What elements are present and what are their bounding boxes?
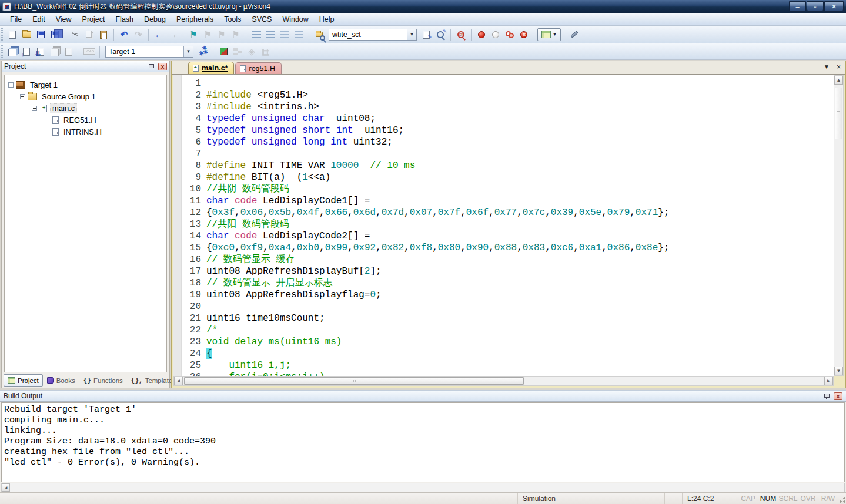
build-button[interactable] xyxy=(19,45,34,59)
minimize-button[interactable]: – xyxy=(789,1,806,12)
copy-button[interactable] xyxy=(82,28,96,42)
next-bookmark-button[interactable]: ⚑ xyxy=(215,28,229,42)
view-tab-books[interactable]: Books xyxy=(43,374,79,387)
file-extensions-button[interactable] xyxy=(230,45,245,59)
undo-button[interactable]: ↶ xyxy=(117,28,131,42)
browse-symbols-button[interactable]: @ xyxy=(454,28,468,42)
expander-icon[interactable] xyxy=(32,106,37,111)
menu-tools[interactable]: Tools xyxy=(219,14,246,25)
pin-icon[interactable] xyxy=(148,63,155,70)
scroll-left-button[interactable]: ◄ xyxy=(174,377,183,385)
tab-list-dropdown-button[interactable]: ▼ xyxy=(824,64,830,70)
manage-components-button[interactable] xyxy=(216,45,230,59)
menu-svcs[interactable]: SVCS xyxy=(246,14,277,25)
horizontal-scroll-thumb[interactable] xyxy=(184,377,524,385)
uncomment-button[interactable] xyxy=(292,28,306,42)
save-all-button[interactable] xyxy=(48,28,62,42)
code-editor[interactable]: 12#include <reg51.H>3#include <intrins.h… xyxy=(173,75,834,376)
code-line: 22/* xyxy=(182,324,834,336)
navigate-back-button[interactable]: ← xyxy=(152,28,166,42)
project-panel-close-button[interactable]: x xyxy=(158,63,167,70)
tree-item-reg51-h[interactable]: REG51.H xyxy=(5,114,166,126)
line-number: 11 xyxy=(182,195,206,207)
pin-icon[interactable] xyxy=(824,393,830,399)
kill-all-breakpoints-button[interactable] xyxy=(503,28,517,42)
editor-margin[interactable] xyxy=(173,75,182,376)
scroll-down-button[interactable]: ▼ xyxy=(834,367,843,375)
scroll-right-button[interactable]: ► xyxy=(824,377,833,385)
build-output-close-button[interactable]: x xyxy=(834,392,842,400)
tab-reg51-h[interactable]: reg51.H xyxy=(235,62,281,74)
clear-bookmarks-button[interactable]: ⚑ xyxy=(229,28,243,42)
tab-label: reg51.H xyxy=(249,65,275,73)
expander-icon[interactable] xyxy=(8,82,14,88)
indent-button[interactable] xyxy=(263,28,277,42)
editor-horizontal-scrollbar[interactable]: ◄ ► xyxy=(173,376,834,386)
enable-breakpoint-button[interactable] xyxy=(489,28,503,42)
toggle-bookmark-button[interactable]: ⚑ xyxy=(186,28,200,42)
disable-all-breakpoints-button[interactable] xyxy=(517,28,531,42)
restore-button[interactable]: ▫ xyxy=(807,1,824,12)
scroll-up-button[interactable]: ▲ xyxy=(834,76,843,85)
resize-grip[interactable] xyxy=(838,493,846,504)
translate-button[interactable] xyxy=(5,45,19,59)
close-button[interactable]: ✕ xyxy=(824,1,844,12)
build-output-text[interactable]: Rebuild target 'Target 1'compiling main.… xyxy=(1,402,845,482)
build-output-scrollbar[interactable]: ◄ xyxy=(1,483,845,492)
save-button[interactable] xyxy=(34,28,48,42)
target-select-dropdown-button[interactable]: ▼ xyxy=(183,46,193,57)
configure-button[interactable] xyxy=(567,28,581,42)
find-button[interactable]: ✎ xyxy=(419,28,433,42)
menu-debug[interactable]: Debug xyxy=(139,14,171,25)
incremental-find-button[interactable]: ✎ xyxy=(433,28,447,42)
toolbar-grip[interactable] xyxy=(1,28,3,41)
multi-project-button[interactable]: ◈ xyxy=(245,45,259,59)
view-tab-functions[interactable]: {}Functions xyxy=(79,374,127,387)
menu-view[interactable]: View xyxy=(51,14,77,25)
menu-window[interactable]: Window xyxy=(277,14,313,25)
menu-file[interactable]: File xyxy=(5,14,27,25)
insert-breakpoint-button[interactable] xyxy=(474,28,489,42)
target-options-button[interactable]: ⁎⁑ xyxy=(196,45,210,59)
editor-vertical-scrollbar[interactable]: ▲ ▼ xyxy=(834,75,844,376)
paste-button[interactable] xyxy=(96,28,111,42)
unindent-button[interactable] xyxy=(249,28,263,42)
open-file-button[interactable] xyxy=(19,28,34,42)
project-panel-header: Project x xyxy=(2,61,169,72)
scroll-left-button[interactable]: ◄ xyxy=(2,483,10,492)
code-line: 11char code LedDisplayCode1[] = xyxy=(182,195,834,207)
comment-button[interactable] xyxy=(277,28,292,42)
tab-main-c[interactable]: main.c* xyxy=(188,62,234,74)
menu-project[interactable]: Project xyxy=(77,14,111,25)
rebuild-button[interactable] xyxy=(34,45,48,59)
find-in-files-button[interactable] xyxy=(312,28,326,42)
tab-close-button[interactable]: × xyxy=(837,63,841,70)
batch-build-button[interactable] xyxy=(48,45,62,59)
manage-books-button[interactable]: ▦ xyxy=(259,45,273,59)
menu-peripherals[interactable]: Peripherals xyxy=(171,14,219,25)
find-text-dropdown-button[interactable]: ▼ xyxy=(407,29,416,40)
tree-item-target-1[interactable]: Target 1 xyxy=(5,79,166,90)
tree-item-source-group-1[interactable]: Source Group 1 xyxy=(5,90,166,102)
window-layout-button[interactable]: ▼ xyxy=(537,28,561,41)
tree-item-main-c[interactable]: main.c xyxy=(5,102,166,114)
project-tree[interactable]: Target 1Source Group 1main.cREG51.HINTRI… xyxy=(4,75,167,372)
navigate-forward-button[interactable]: → xyxy=(166,28,180,42)
new-file-button[interactable] xyxy=(5,28,19,42)
vertical-scroll-thumb[interactable] xyxy=(835,88,842,139)
toolbar-grip2[interactable] xyxy=(1,45,3,58)
menu-help[interactable]: Help xyxy=(314,14,340,25)
redo-button[interactable]: ↷ xyxy=(131,28,145,42)
stop-build-button[interactable] xyxy=(62,45,76,59)
cut-button[interactable]: ✂ xyxy=(68,28,82,42)
prev-bookmark-button[interactable]: ⚑ xyxy=(200,28,215,42)
find-text-combobox[interactable]: wtite_sct ▼ xyxy=(329,29,417,41)
target-select-combobox[interactable]: Target 1 ▼ xyxy=(105,46,193,58)
line-number: 15 xyxy=(182,242,206,254)
tree-item-intrins-h[interactable]: INTRINS.H xyxy=(5,126,166,137)
menu-flash[interactable]: Flash xyxy=(110,14,139,25)
expander-icon[interactable] xyxy=(20,94,25,99)
menu-edit[interactable]: Edit xyxy=(27,14,51,25)
download-button[interactable]: LOAD xyxy=(82,45,96,59)
view-tab-project[interactable]: Project xyxy=(4,374,43,387)
